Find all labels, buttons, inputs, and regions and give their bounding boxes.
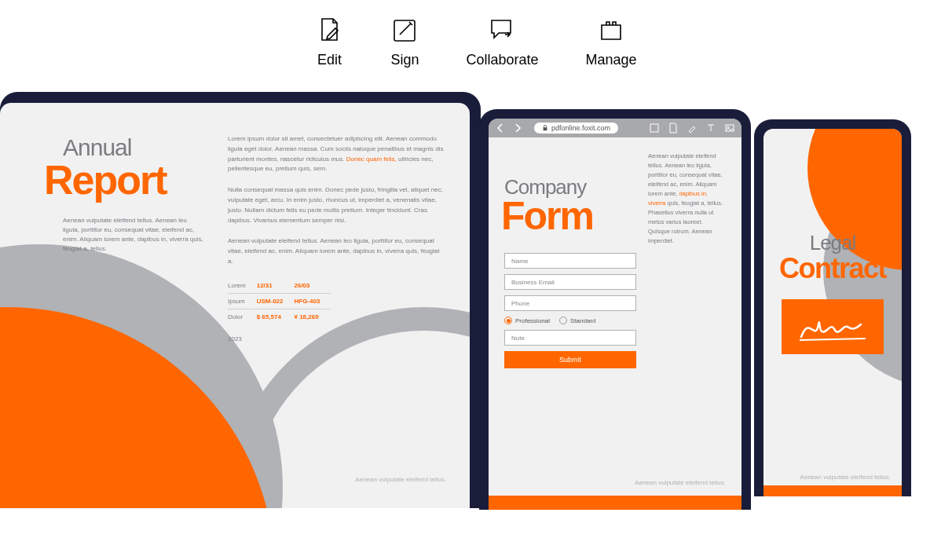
signature-box[interactable] bbox=[782, 299, 884, 354]
text-icon[interactable] bbox=[705, 123, 716, 134]
table-row: Lorem 12/31 26/03 bbox=[228, 278, 331, 294]
select-icon[interactable] bbox=[649, 123, 660, 134]
phone-screen: Legal Contract Aenean vulputate eleifend… bbox=[763, 129, 902, 496]
highlight-icon[interactable] bbox=[687, 123, 698, 134]
feature-toolbar: Edit Sign Collaborate Manage bbox=[0, 0, 952, 76]
signature-icon bbox=[793, 307, 872, 346]
contract-title: Contract bbox=[774, 252, 891, 285]
laptop-screen: Annual Report Aenean vulputate eleifend … bbox=[0, 103, 470, 508]
device-showcase: Annual Report Aenean vulputate eleifend … bbox=[0, 92, 952, 532]
report-footer: Aenean vulputate eleifend tellus. bbox=[355, 476, 446, 483]
report-para-2: Nulla consequat massa quis enim. Donec p… bbox=[228, 185, 446, 225]
report-year: 2023 bbox=[228, 335, 446, 342]
forward-icon[interactable] bbox=[512, 123, 523, 134]
svg-rect-2 bbox=[650, 124, 658, 132]
tool-manage[interactable]: Manage bbox=[586, 16, 637, 68]
report-para-3: Aenean vulputate eleifend tellus. Aenean… bbox=[228, 236, 446, 266]
phone-field[interactable]: Phone bbox=[504, 295, 636, 311]
laptop-device: Annual Report Aenean vulputate eleifend … bbox=[0, 92, 481, 508]
table-row: Dolor $ 65,574 ¥ 18,269 bbox=[228, 309, 331, 324]
image-icon[interactable] bbox=[724, 123, 735, 134]
orange-bottom-bar bbox=[763, 485, 902, 496]
browser-topbar: pdfonline.foxit.com bbox=[489, 119, 741, 137]
radio-standard[interactable]: Standard bbox=[559, 317, 595, 324]
contract-footer: Aenean vulputate eleifend tellus. bbox=[774, 474, 891, 481]
form-title: Form bbox=[501, 193, 634, 239]
plan-radios: Professional Standard bbox=[504, 317, 634, 324]
submit-button[interactable]: Submit bbox=[504, 351, 636, 368]
tool-label: Edit bbox=[317, 52, 342, 68]
tablet-screen: pdfonline.foxit.com Company Form Name Bu bbox=[489, 119, 741, 510]
svg-rect-1 bbox=[544, 127, 547, 130]
tool-label: Collaborate bbox=[466, 52, 538, 68]
tablet-device: pdfonline.foxit.com Company Form Name Bu bbox=[479, 109, 751, 510]
page-icon[interactable] bbox=[668, 123, 679, 134]
note-field[interactable]: Note bbox=[504, 330, 636, 346]
collaborate-icon bbox=[488, 16, 516, 44]
tool-edit[interactable]: Edit bbox=[315, 16, 343, 68]
report-left-text: Aenean vulputate eleifend tellus. Aenean… bbox=[63, 216, 204, 254]
report-table: Lorem 12/31 26/03 Ipsum USM-022 HFG-403 … bbox=[228, 278, 331, 324]
tool-sign[interactable]: Sign bbox=[390, 16, 419, 68]
radio-professional[interactable]: Professional bbox=[504, 317, 550, 324]
tool-label: Sign bbox=[390, 52, 419, 68]
url-bar[interactable]: pdfonline.foxit.com bbox=[534, 123, 618, 134]
tool-collaborate[interactable]: Collaborate bbox=[466, 16, 538, 68]
table-row: Ipsum USM-022 HFG-403 bbox=[228, 293, 331, 309]
sign-icon bbox=[390, 16, 419, 44]
phone-device: Legal Contract Aenean vulputate eleifend… bbox=[754, 119, 911, 496]
edit-icon bbox=[315, 16, 343, 44]
tool-label: Manage bbox=[586, 52, 637, 68]
email-field[interactable]: Business Email bbox=[504, 274, 636, 290]
svg-rect-3 bbox=[726, 125, 734, 131]
report-title: Report bbox=[44, 156, 204, 203]
report-para-1: Lorem ipsum dolor sit amet, consectetuer… bbox=[228, 134, 446, 174]
name-field[interactable]: Name bbox=[504, 253, 636, 269]
form-footer: Aenean vulputate eleifend tellus. bbox=[635, 479, 726, 486]
form-side-text: Aenean vulputate eleifend tellus. Aenean… bbox=[648, 152, 726, 368]
manage-icon bbox=[597, 16, 625, 44]
lock-icon bbox=[542, 125, 548, 131]
back-icon[interactable] bbox=[495, 123, 506, 134]
orange-bottom-bar bbox=[489, 496, 741, 510]
